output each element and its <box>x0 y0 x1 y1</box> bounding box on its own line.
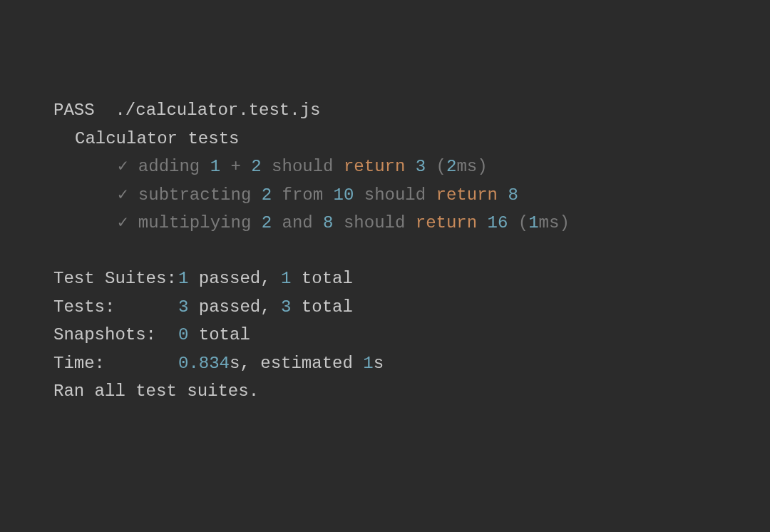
summary-value: 1 passed, 1 total <box>178 265 353 293</box>
number-literal: 3 <box>416 157 426 176</box>
summary-block: Test Suites: 1 passed, 1 total Tests: 3 … <box>53 265 770 406</box>
time-estimated: 1 <box>363 354 373 373</box>
summary-test-suites: Test Suites: 1 passed, 1 total <box>53 265 770 293</box>
summary-label: Time: <box>53 349 178 378</box>
test-text: should <box>354 185 436 205</box>
summary-text: passed <box>188 297 260 317</box>
summary-footer: Ran all test suites. <box>53 377 770 406</box>
time-value: 0.834 <box>178 354 230 373</box>
test-file-header: PASS ./calculator.test.js <box>53 96 770 125</box>
summary-snapshots: Snapshots: 0 total <box>53 321 770 349</box>
pass-badge: PASS <box>53 101 95 120</box>
summary-label: Tests: <box>53 293 178 322</box>
count-passed: 3 <box>178 297 188 317</box>
test-text: multiplying <box>128 213 261 232</box>
test-result-row: ✓ subtracting 2 from 10 should return 8 <box>53 181 770 210</box>
time-unit: s <box>230 354 240 373</box>
summary-label: Snapshots: <box>53 321 178 349</box>
summary-text: passed <box>188 269 260 288</box>
timing-value: 2 <box>446 157 456 176</box>
timing-value: 1 <box>528 213 538 232</box>
number-literal: 1 <box>210 157 220 176</box>
time-unit: s <box>374 354 384 373</box>
number-literal: 2 <box>262 185 272 205</box>
summary-text: , <box>260 297 281 317</box>
count-total: 0 <box>178 325 188 344</box>
summary-text: total <box>291 269 352 288</box>
check-icon: ✓ <box>118 153 128 181</box>
test-text <box>405 157 415 176</box>
test-text: + <box>220 157 251 176</box>
test-result-row: ✓ adding 1 + 2 should return 3 (2ms) <box>53 153 770 181</box>
number-literal: 16 <box>488 213 508 232</box>
test-text: should <box>334 213 416 232</box>
number-literal: 8 <box>323 213 333 232</box>
count-total: 3 <box>281 297 291 317</box>
timing-unit: ms) <box>456 157 487 176</box>
timing-open: ( <box>426 157 446 176</box>
summary-time: Time: 0.834s, estimated 1s <box>53 349 770 378</box>
summary-label: Test Suites: <box>53 265 178 293</box>
test-text: and <box>272 213 323 232</box>
test-result-row: ✓ multiplying 2 and 8 should return 16 (… <box>53 209 770 237</box>
number-literal: 2 <box>262 213 272 232</box>
number-literal: 10 <box>334 185 354 205</box>
number-literal: 2 <box>251 157 261 176</box>
keyword-return: return <box>436 185 498 205</box>
summary-value: 3 passed, 3 total <box>178 293 353 322</box>
check-icon: ✓ <box>118 209 128 237</box>
test-file-path: ./calculator.test.js <box>115 101 320 120</box>
summary-value: 0.834s, estimated 1s <box>178 349 384 378</box>
summary-text: , estimated <box>240 354 363 373</box>
test-suite-name: Calculator tests <box>53 125 770 153</box>
keyword-return: return <box>344 157 405 176</box>
terminal-output: PASS ./calculator.test.js Calculator tes… <box>53 96 770 406</box>
separator <box>95 101 115 120</box>
test-text: should <box>262 157 344 176</box>
test-text <box>498 185 508 205</box>
timing-unit: ms) <box>539 213 570 232</box>
test-text <box>477 213 487 232</box>
summary-tests: Tests: 3 passed, 3 total <box>53 293 770 322</box>
count-passed: 1 <box>178 269 188 288</box>
timing-open: ( <box>508 213 528 232</box>
summary-text: , <box>260 269 281 288</box>
summary-text: total <box>188 325 250 344</box>
test-text: subtracting <box>128 185 261 205</box>
check-icon: ✓ <box>118 181 128 210</box>
count-total: 1 <box>281 269 291 288</box>
number-literal: 8 <box>508 185 518 205</box>
test-text: from <box>272 185 333 205</box>
summary-text: total <box>291 297 352 317</box>
test-text: adding <box>128 157 210 176</box>
summary-value: 0 total <box>178 321 250 349</box>
keyword-return: return <box>416 213 477 232</box>
